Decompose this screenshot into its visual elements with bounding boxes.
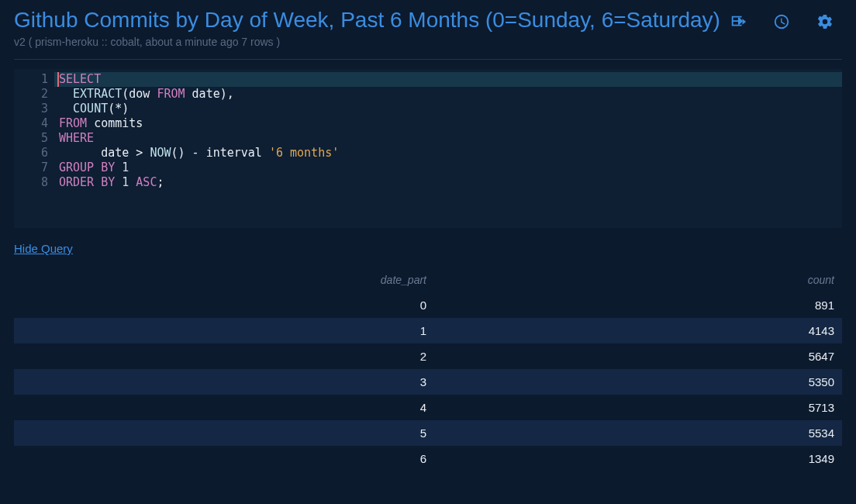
code-line[interactable]: COUNT(*) xyxy=(59,102,842,116)
code-line[interactable]: FROM commits xyxy=(59,116,842,131)
action-bar xyxy=(729,8,842,31)
line-number: 5 xyxy=(14,131,48,146)
table-row[interactable]: 35350 xyxy=(14,369,842,395)
table-row[interactable]: 0891 xyxy=(14,292,842,318)
line-number: 1 xyxy=(14,72,48,87)
cell-count: 5713 xyxy=(431,401,834,414)
cell-date-part: 1 xyxy=(22,324,431,337)
column-header-count: count xyxy=(431,274,834,286)
cell-count: 5350 xyxy=(431,375,834,388)
table-row[interactable]: 61349 xyxy=(14,446,842,471)
cell-date-part: 3 xyxy=(22,375,431,388)
code-line[interactable]: SELECT xyxy=(59,72,842,87)
table-row[interactable]: 25647 xyxy=(14,343,842,369)
code-area[interactable]: SELECT EXTRACT(dow FROM date), COUNT(*)F… xyxy=(54,69,842,228)
line-number: 6 xyxy=(14,146,48,161)
table-row[interactable]: 45713 xyxy=(14,395,842,420)
line-number: 3 xyxy=(14,102,48,116)
cell-count: 5534 xyxy=(431,426,834,440)
cell-date-part: 0 xyxy=(22,299,431,312)
line-gutter: 12345678 xyxy=(14,69,54,228)
column-header-date-part: date_part xyxy=(22,274,431,286)
code-line[interactable]: EXTRACT(dow FROM date), xyxy=(59,87,842,102)
cell-date-part: 4 xyxy=(22,401,431,414)
cell-date-part: 5 xyxy=(22,426,431,440)
hide-query-toggle: Hide Query xyxy=(14,242,842,255)
code-line[interactable]: WHERE xyxy=(59,131,842,146)
history-icon[interactable] xyxy=(772,12,791,31)
code-line[interactable]: ORDER BY 1 ASC; xyxy=(59,175,842,190)
cell-count: 5647 xyxy=(431,350,834,363)
divider xyxy=(14,59,842,60)
hide-query-link[interactable]: Hide Query xyxy=(14,242,73,255)
code-line[interactable]: date > NOW() - interval '6 months' xyxy=(59,146,842,161)
page-meta: v2 ( prism-heroku :: cobalt, about a min… xyxy=(14,36,729,48)
cursor xyxy=(57,72,59,87)
gear-icon[interactable] xyxy=(816,12,834,31)
table-row[interactable]: 55534 xyxy=(14,420,842,446)
line-number: 4 xyxy=(14,116,48,131)
title-block: Github Commits by Day of Week, Past 6 Mo… xyxy=(14,8,729,48)
cell-date-part: 2 xyxy=(22,350,431,363)
cell-date-part: 6 xyxy=(22,452,431,465)
cell-count: 1349 xyxy=(431,452,834,465)
table-header-row: date_part count xyxy=(14,266,842,292)
line-number: 7 xyxy=(14,161,48,175)
share-icon[interactable] xyxy=(729,12,747,31)
table-row[interactable]: 14143 xyxy=(14,318,842,343)
line-number: 8 xyxy=(14,175,48,190)
page-title: Github Commits by Day of Week, Past 6 Mo… xyxy=(14,8,729,33)
code-line[interactable]: GROUP BY 1 xyxy=(59,161,842,175)
sql-editor[interactable]: 12345678 SELECT EXTRACT(dow FROM date), … xyxy=(14,69,842,228)
line-number: 2 xyxy=(14,87,48,102)
cell-count: 891 xyxy=(431,299,834,312)
cell-count: 4143 xyxy=(431,324,834,337)
header: Github Commits by Day of Week, Past 6 Mo… xyxy=(0,0,856,48)
results-table: date_part count 089114143256473535045713… xyxy=(14,266,842,471)
